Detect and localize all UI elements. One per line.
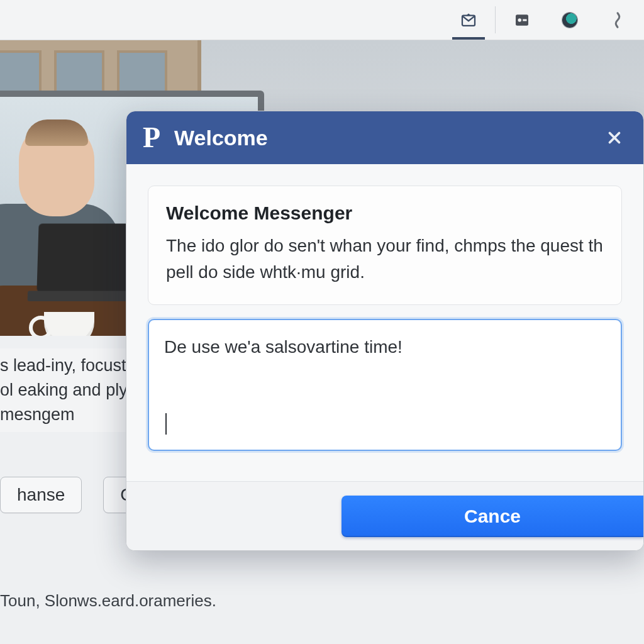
toolbar-bolt[interactable] [594,0,641,40]
hero-cup [44,312,94,336]
toolbar-speaker[interactable] [498,0,546,40]
toolbar-avatar[interactable] [546,0,594,40]
dialog-title: Welcome [174,126,268,150]
welcome-dialog: P Welcome Welcome Messenger The ido glor… [126,111,644,551]
hanse-button[interactable]: hanse [0,477,82,513]
dialog-description: The ido glor do sen't whan your find, ch… [166,233,604,286]
avatar [562,13,577,28]
text-caret [165,413,167,435]
top-toolbar [0,0,644,40]
close-icon [605,128,624,147]
dialog-heading: Welcome Messenger [166,203,604,224]
message-textarea-value: De use we'a salsovartine time! [164,337,402,357]
dialog-intro-card: Welcome Messenger The ido glor do sen't … [148,186,622,305]
svg-rect-3 [523,19,526,21]
bolt-icon [608,11,627,30]
svg-point-2 [518,18,522,22]
dialog-close-button[interactable] [602,125,627,150]
dialog-logo: P [143,123,160,152]
dialog-header: P Welcome [126,111,643,164]
message-textarea[interactable]: De use we'a salsovartine time! [148,319,622,451]
dialog-body: Welcome Messenger The ido glor do sen't … [126,164,643,481]
toolbar-mail[interactable] [445,0,492,40]
cance-button[interactable]: Cance [341,496,643,537]
mail-icon [459,11,478,30]
speaker-icon [513,11,531,30]
hero-blurb: s lead-iny, focust ol eaking and ply mes… [0,348,132,432]
toolbar-separator [495,6,496,33]
page-footer: Toun, Slonws.eard.orameries. [0,591,216,611]
dialog-footer: Cance [126,481,643,550]
